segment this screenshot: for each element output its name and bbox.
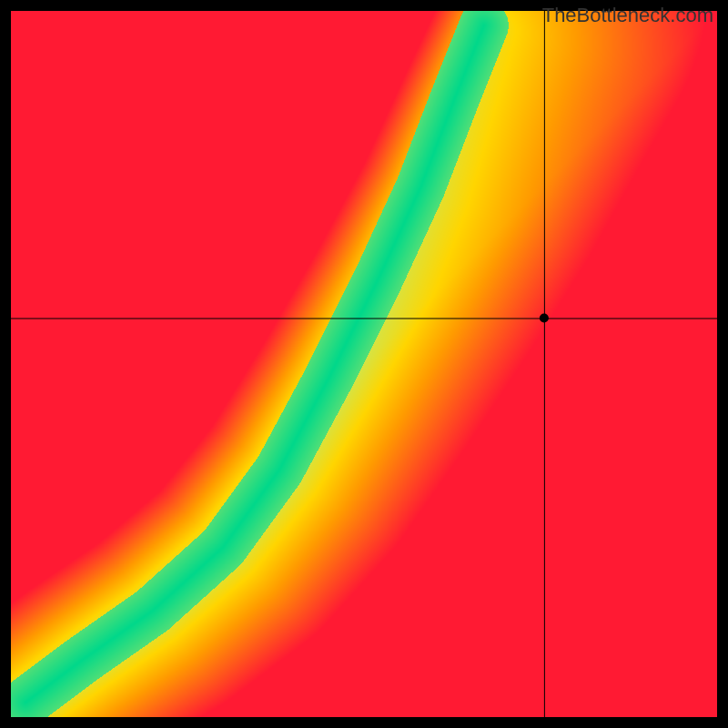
heatmap-canvas — [0, 0, 728, 728]
chart-container: TheBottleneck.com — [0, 0, 728, 728]
watermark-text: TheBottleneck.com — [542, 4, 713, 27]
